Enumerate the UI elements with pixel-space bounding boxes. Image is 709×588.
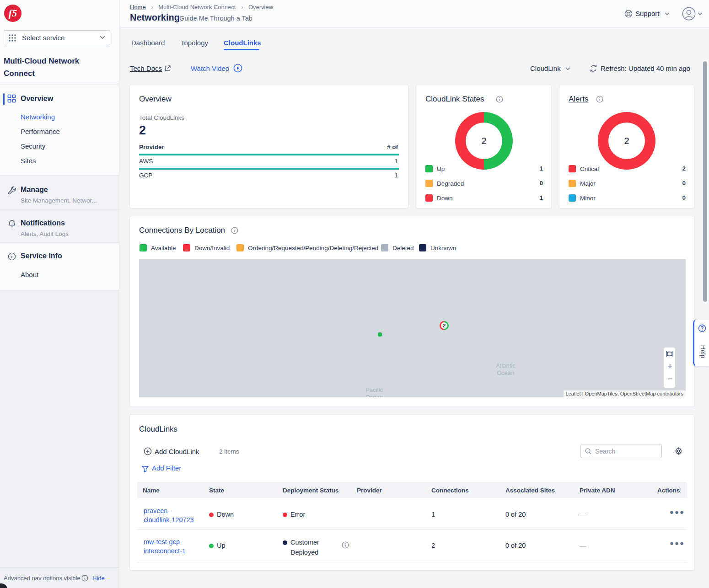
svg-text:f5: f5	[9, 7, 17, 19]
